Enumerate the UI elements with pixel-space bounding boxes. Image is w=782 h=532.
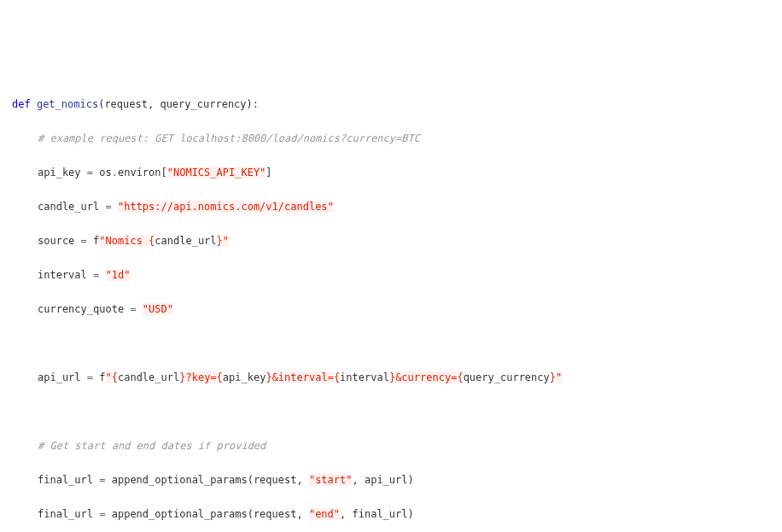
- code-line-12: final_url = append_optional_params(reque…: [12, 471, 770, 488]
- string-literal: "NOMICS_API_KEY": [167, 167, 266, 178]
- code-line-9: api_url = f"{candle_url}?key={api_key}&i…: [12, 369, 770, 386]
- function-name: get_nomics: [37, 98, 98, 110]
- comment: # Get start and end dates if provided: [38, 440, 266, 452]
- params: (request, query_currency):: [98, 98, 259, 110]
- code-line-3: api_key = os.environ["NOMICS_API_KEY"]: [12, 164, 770, 181]
- code-line-4: candle_url = "https://api.nomics.com/v1/…: [12, 198, 770, 215]
- code-line-13: final_url = append_optional_params(reque…: [12, 506, 770, 523]
- comment: # example request: GET localhost:8000/lo…: [38, 132, 420, 144]
- keyword-def: def: [12, 98, 31, 110]
- blank-line: [12, 335, 770, 352]
- string-literal: "1d": [106, 269, 131, 281]
- blank-line: [12, 403, 770, 420]
- code-line-6: interval = "1d": [12, 266, 770, 284]
- code-line-11: # Get start and end dates if provided: [12, 437, 770, 454]
- code-line-1: def get_nomics(request, query_currency):: [12, 96, 770, 113]
- code-line-2: # example request: GET localhost:8000/lo…: [12, 130, 770, 147]
- string-literal: "USD": [143, 303, 173, 315]
- string-literal: "end": [309, 508, 340, 520]
- string-literal: "https://api.nomics.com/v1/candles": [118, 201, 334, 213]
- code-line-7: currency_quote = "USD": [12, 301, 770, 318]
- string-literal: "start": [309, 474, 353, 486]
- code-line-5: source = f"Nomics {candle_url}": [12, 232, 770, 249]
- code-block: def get_nomics(request, query_currency):…: [12, 79, 770, 532]
